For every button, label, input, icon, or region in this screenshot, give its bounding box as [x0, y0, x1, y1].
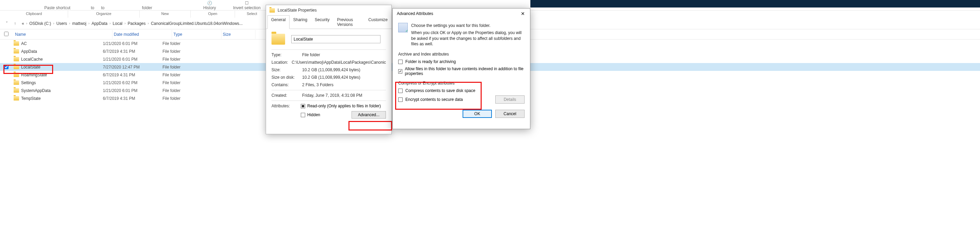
folder-icon — [272, 34, 285, 45]
breadcrumb-item[interactable]: mattwoj — [72, 21, 86, 26]
tab-previous-versions[interactable]: Previous Versions — [333, 15, 364, 29]
folder-name-input[interactable] — [291, 35, 380, 43]
column-header-name[interactable]: Name — [14, 30, 112, 39]
file-name: LocalCache — [21, 57, 43, 62]
file-date: 1/21/2020 6:01 PM — [103, 88, 162, 93]
details-button[interactable]: Details — [495, 95, 525, 103]
ribbon-group-new: New — [140, 11, 191, 18]
tab-customize[interactable]: Customize — [364, 15, 391, 29]
breadcrumb-item[interactable]: AppData — [92, 21, 108, 26]
folder-icon — [14, 65, 19, 69]
folder-icon — [14, 57, 19, 61]
folder-icon — [14, 49, 19, 54]
history-button[interactable]: 🕘 History — [204, 1, 216, 10]
ok-button[interactable]: OK — [463, 110, 492, 118]
encrypt-checkbox[interactable] — [398, 97, 402, 102]
archive-section-title: Archive and Index attributes — [398, 52, 525, 57]
value-contains: 2 Files, 3 Folders — [302, 83, 334, 87]
label-location: Location: — [272, 60, 291, 65]
file-date: 1/21/2020 6:02 PM — [103, 80, 162, 85]
file-name: TempState — [21, 96, 41, 101]
file-name: AppData — [21, 49, 37, 54]
copy-to[interactable]: to — [101, 5, 105, 10]
file-date: 6/7/2019 4:31 PM — [103, 49, 162, 54]
properties-dialog: LocalState Properties General Sharing Se… — [266, 5, 392, 134]
hidden-checkbox[interactable] — [301, 113, 305, 117]
file-name: AC — [21, 41, 27, 46]
folder-icon — [14, 73, 19, 77]
file-name: Settings — [21, 80, 36, 85]
file-type: File folder — [162, 65, 212, 70]
ribbon-group-open: Open — [191, 11, 235, 18]
file-date: 6/7/2019 4:31 PM — [103, 96, 162, 101]
select-all-checkbox[interactable] — [4, 32, 8, 36]
file-date: 6/7/2019 4:31 PM — [103, 73, 162, 77]
value-created: Friday, June 7, 2019, 4:31:08 PM — [302, 93, 363, 98]
advanced-button[interactable]: Advanced... — [352, 111, 386, 119]
allow-index-label: Allow files in this folder to have conte… — [405, 67, 525, 76]
label-size-on-disk: Size on disk: — [272, 75, 302, 80]
folder-icon — [14, 80, 19, 85]
nav-up-button[interactable]: ↑ — [11, 19, 19, 28]
file-type: File folder — [162, 88, 212, 93]
breadcrumb[interactable]: «› OSDisk (C:)› Users› mattwoj› AppData›… — [22, 21, 243, 26]
ribbon-group-organize: Organize — [68, 11, 140, 18]
allow-index-checkbox[interactable] — [398, 69, 402, 73]
advanced-desc-2: When you click OK or Apply on the Proper… — [411, 30, 525, 47]
archive-ready-checkbox[interactable] — [398, 60, 402, 64]
file-type: File folder — [162, 41, 212, 46]
column-header-date[interactable]: Date modified — [112, 30, 172, 39]
file-type: File folder — [162, 49, 212, 54]
file-type: File folder — [162, 96, 212, 101]
breadcrumb-item[interactable]: OSDisk (C:) — [29, 21, 51, 26]
file-type: File folder — [162, 73, 212, 77]
value-size: 10.2 GB (11,008,999,424 bytes) — [302, 67, 360, 72]
file-date: 1/21/2020 6:01 PM — [103, 57, 162, 62]
column-header-size[interactable]: Size — [221, 30, 256, 39]
cancel-button[interactable]: Cancel — [495, 110, 525, 118]
breadcrumb-item[interactable]: Local — [113, 21, 123, 26]
new-folder[interactable]: folder — [142, 5, 152, 10]
ribbon-group-select: Select — [235, 11, 269, 18]
tab-sharing[interactable]: Sharing — [290, 15, 311, 29]
folder-icon — [269, 8, 275, 13]
close-icon[interactable]: ✕ — [518, 10, 528, 18]
settings-sheet-icon — [398, 23, 408, 32]
file-name: LocalState — [21, 65, 41, 70]
file-type: File folder — [162, 80, 212, 85]
breadcrumb-item[interactable]: Packages — [128, 21, 146, 26]
invert-selection[interactable]: ☐ Invert selection — [233, 1, 261, 10]
compress-checkbox[interactable] — [398, 89, 402, 93]
label-created: Created: — [272, 93, 302, 98]
nav-up-icon[interactable]: ˅ — [3, 19, 11, 28]
label-size: Size: — [272, 67, 302, 72]
encrypt-label: Encrypt contents to secure data — [405, 97, 463, 102]
value-type: File folder — [302, 52, 320, 57]
breadcrumb-item[interactable]: « — [22, 21, 24, 26]
file-name: RoamingState — [21, 73, 47, 77]
compress-section-title: Compress or Encrypt attributes — [398, 81, 525, 86]
file-date: 1/21/2020 6:01 PM — [103, 41, 162, 46]
archive-ready-label: Folder is ready for archiving — [405, 59, 456, 64]
label-attributes: Attributes: — [272, 103, 301, 119]
row-checkbox[interactable] — [4, 65, 8, 69]
readonly-label: Read-only (Only applies to files in fold… — [307, 103, 381, 108]
advanced-attributes-dialog: Advanced Attributes ✕ Choose the setting… — [392, 8, 530, 129]
file-date: 7/27/2020 12:47 PM — [103, 65, 162, 70]
move-to[interactable]: to — [91, 5, 94, 10]
ribbon-group-clipboard: Clipboard — [0, 11, 68, 18]
readonly-checkbox[interactable] — [301, 104, 305, 108]
breadcrumb-item[interactable]: CanonicalGroupLimited.Ubuntu18.04onWindo… — [151, 21, 243, 26]
file-name: SystemAppData — [21, 88, 51, 93]
label-contains: Contains: — [272, 83, 302, 87]
file-type: File folder — [162, 57, 212, 62]
breadcrumb-item[interactable]: Users — [56, 21, 67, 26]
advanced-desc-1: Choose the settings you want for this fo… — [411, 23, 525, 29]
label-type: Type: — [272, 52, 302, 57]
compress-label: Compress contents to save disk space — [405, 88, 475, 93]
tab-security[interactable]: Security — [311, 15, 333, 29]
tab-general[interactable]: General — [267, 15, 290, 29]
column-header-type[interactable]: Type — [172, 30, 221, 39]
paste-shortcut[interactable]: Paste shortcut — [44, 5, 70, 10]
hidden-label: Hidden — [307, 113, 320, 117]
